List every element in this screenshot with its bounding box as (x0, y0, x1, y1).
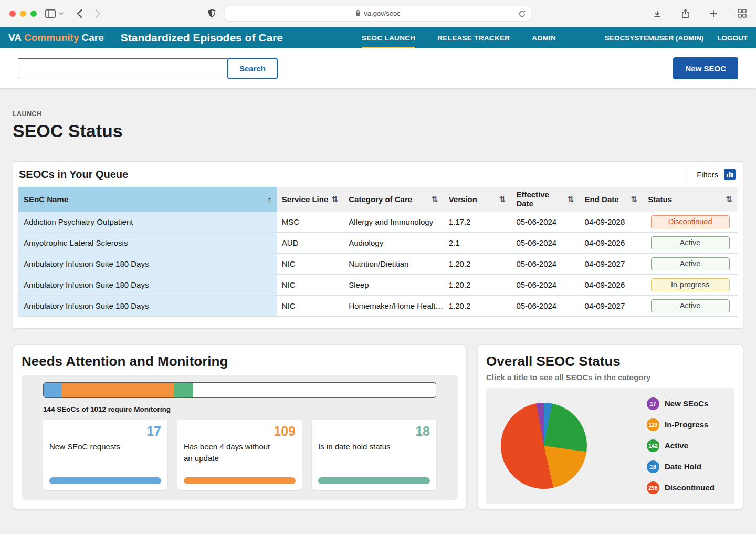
search-toolbar: Search New SEOC (0, 48, 756, 88)
nav-item-admin[interactable]: ADMIN (532, 27, 556, 48)
column-label: Effective Date (516, 190, 565, 208)
cell-effective-date: 05-06-2024 (511, 232, 579, 253)
legend-item-discontinued[interactable]: 298Discontinued (647, 481, 715, 494)
app-top-nav: VA Community Care Standardized Episodes … (0, 27, 756, 48)
main-content: LAUNCH SEOC Status SEOCs in Your Queue F… (0, 110, 756, 509)
column-label: Version (449, 195, 477, 204)
monitoring-summary: 144 SEoCs of 1012 require Monitoring (43, 405, 436, 413)
cell-end-date: 04-09-2026 (580, 274, 643, 295)
privacy-shield-icon[interactable] (208, 9, 216, 20)
address-bar[interactable]: va.gov/seoc (225, 6, 531, 22)
column-header-seoc-name[interactable]: SEoC Name↑ (18, 187, 277, 212)
legend-label: In-Progress (665, 420, 708, 429)
downloads-icon[interactable] (653, 9, 662, 18)
column-header-status[interactable]: Status⇅ (643, 187, 738, 212)
legend-item-date-hold[interactable]: 18Date Hold (647, 460, 715, 473)
sort-toggle-icon: ⇅ (568, 195, 574, 204)
table-row[interactable]: Ambulatory Infusion Suite 180 DaysNICHom… (18, 295, 738, 316)
stat-card-new-seoc-requests[interactable]: 17New SEoC requests (43, 420, 167, 490)
sidebar-chevron-down-icon[interactable] (59, 12, 64, 15)
column-header-end-date[interactable]: End Date⇅ (580, 187, 643, 212)
cell-effective-date: 05-06-2024 (511, 295, 579, 316)
column-header-category-of-care[interactable]: Category of Care⇅ (343, 187, 443, 212)
legend-item-in-progress[interactable]: 113In-Progress (647, 418, 715, 431)
table-row[interactable]: Ambulatory Infusion Suite 180 DaysNICSle… (18, 274, 738, 295)
stat-card-is-in-date-hold-status[interactable]: 18Is in date hold status (312, 420, 436, 490)
legend-item-new-seocs[interactable]: 17New SEoCs (647, 397, 715, 410)
cell-version: 1.20.2 (444, 274, 511, 295)
table-row[interactable]: Amyotrophic Lateral SclerosisAUDAudiolog… (18, 232, 738, 253)
queue-table-wrap: SEoC Name↑Service Line⇅Category of Care⇅… (13, 187, 743, 328)
url-text: va.gov/seoc (364, 9, 400, 17)
legend-count-badge: 298 (647, 481, 659, 494)
nav-item-release-tracker[interactable]: RELEASE TRACKER (437, 27, 510, 48)
table-row[interactable]: Ambulatory Infusion Suite 180 DaysNICNut… (18, 253, 738, 274)
column-header-version[interactable]: Version⇅ (444, 187, 511, 212)
stat-label: Has been 4 days without an update (184, 441, 296, 465)
overall-status-subtitle: Click a title to see all SEOCs in the ca… (486, 373, 734, 382)
cell-service-line: NIC (277, 274, 343, 295)
app-title: Standardized Episodes of Care (121, 27, 283, 48)
legend-item-active[interactable]: 142Active (647, 439, 715, 452)
monitor-bar-segment-has-been-4-days-without-an-update (61, 383, 174, 397)
new-seoc-button[interactable]: New SEOC (673, 57, 738, 79)
queue-table: SEoC Name↑Service Line⇅Category of Care⇅… (18, 187, 738, 317)
cell-category: Sleep (343, 274, 443, 295)
sort-toggle-icon: ⇅ (499, 195, 506, 204)
cell-version: 2.1 (444, 232, 511, 253)
sort-toggle-icon: ⇅ (726, 195, 732, 204)
table-row[interactable]: Addiction Psychiatry OutpatientMSCAllerg… (18, 212, 738, 233)
cell-service-line: MSC (277, 212, 343, 233)
sort-ascending-icon: ↑ (267, 195, 271, 204)
brand-care: Care (81, 32, 103, 44)
stat-value: 109 (184, 424, 296, 439)
monitoring-progress-bar (43, 382, 436, 398)
cell-status: In-progress (643, 274, 738, 295)
minimize-window-button[interactable] (20, 11, 26, 17)
status-badge: Discontinued (651, 215, 730, 228)
sidebar-toggle-icon[interactable] (45, 9, 56, 18)
overall-status-heading: Overall SEOC Status (486, 353, 734, 370)
nav-item-seoc-launch[interactable]: SEOC LAUNCH (362, 27, 415, 48)
pie-legend: 17New SEoCs113In-Progress142Active18Date… (647, 397, 715, 494)
queue-table-body: Addiction Psychiatry OutpatientMSCAllerg… (18, 212, 738, 317)
sort-toggle-icon: ⇅ (432, 195, 438, 204)
sort-toggle-icon: ⇅ (631, 195, 638, 204)
stat-pill (184, 477, 296, 484)
cell-effective-date: 05-06-2024 (511, 253, 579, 274)
browser-chrome: va.gov/seoc (0, 0, 756, 27)
seoc-status-pie (501, 403, 587, 489)
search-input[interactable] (18, 58, 227, 78)
column-header-service-line[interactable]: Service Line⇅ (277, 187, 343, 212)
back-button[interactable] (76, 9, 82, 18)
queue-card-header: SEOCs in Your Queue Filters (13, 162, 743, 187)
cell-end-date: 04-09-2026 (580, 232, 643, 253)
new-tab-icon[interactable] (709, 9, 718, 18)
stat-value: 17 (49, 424, 161, 439)
zoom-window-button[interactable] (30, 11, 37, 17)
stat-pill (318, 477, 430, 484)
search-button[interactable]: Search (227, 58, 278, 79)
filters-button[interactable]: Filters (685, 162, 743, 187)
stat-card-has-been-4-days-without-an-update[interactable]: 109Has been 4 days without an update (177, 420, 302, 490)
monitor-bar-segment-new-seoc-requests (44, 383, 61, 397)
cell-name: Addiction Psychiatry Outpatient (18, 212, 277, 233)
needs-attention-heading: Needs Attention and Monitoring (22, 353, 458, 370)
reload-icon[interactable] (518, 10, 526, 19)
window-controls (9, 11, 37, 17)
cell-category: Audiology (343, 232, 443, 253)
forward-button[interactable] (95, 9, 101, 18)
brand-logo[interactable]: VA Community Care (8, 27, 104, 48)
monitoring-panel: 144 SEoCs of 1012 require Monitoring 17N… (22, 375, 458, 500)
cell-end-date: 04-09-2027 (580, 253, 643, 274)
filters-label: Filters (697, 170, 718, 179)
cell-effective-date: 05-06-2024 (511, 212, 579, 233)
tab-overview-icon[interactable] (738, 9, 747, 18)
logout-link[interactable]: LOGOUT (717, 34, 748, 42)
share-icon[interactable] (681, 9, 689, 18)
column-label: SEoC Name (24, 195, 68, 204)
close-window-button[interactable] (9, 11, 16, 17)
legend-count-badge: 113 (647, 418, 659, 431)
cell-status: Active (643, 295, 738, 316)
column-header-effective-date[interactable]: Effective Date⇅ (511, 187, 579, 212)
